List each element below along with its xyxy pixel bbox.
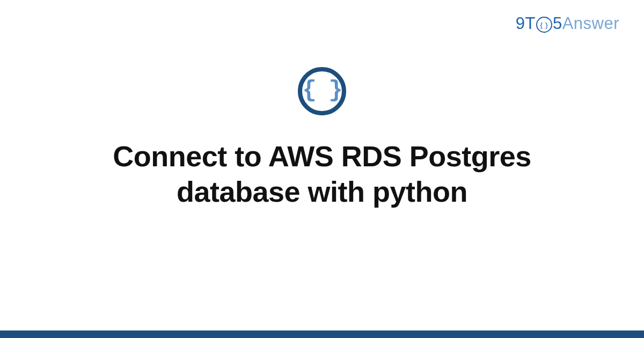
site-brand[interactable]: 9T { } 5 Answer [516, 14, 619, 33]
footer-accent-bar [0, 330, 644, 338]
brand-braces-icon: { } [536, 17, 552, 33]
badge-glyph: { } [302, 77, 341, 104]
brand-text-9t: 9T [516, 14, 536, 33]
code-braces-icon: { } [298, 67, 346, 115]
page-title: Connect to AWS RDS Postgres database wit… [54, 139, 590, 210]
hero-section: { } Connect to AWS RDS Postgres database… [0, 67, 644, 210]
brand-text-answer: Answer [562, 14, 619, 33]
brand-text-5: 5 [553, 14, 562, 33]
